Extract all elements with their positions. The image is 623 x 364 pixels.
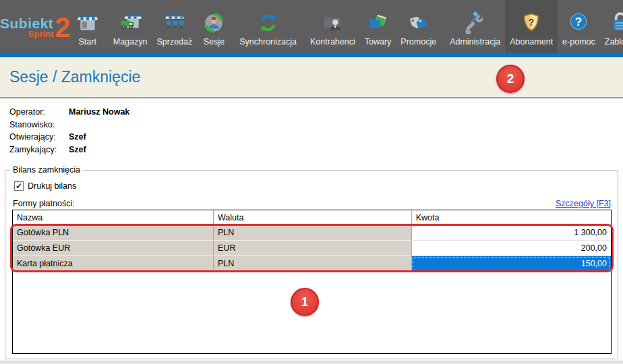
- toolbar-item-towary[interactable]: Towary: [360, 0, 396, 53]
- toolbar-item-kontrahenci[interactable]: Kontrahenci: [305, 0, 360, 53]
- accent-stripe: [0, 53, 623, 57]
- price-tags-icon: %: [407, 11, 431, 35]
- table-header-row: Nazwa Waluta Kwota: [13, 210, 611, 225]
- cell-currency: PLN: [214, 256, 412, 272]
- svg-text:?: ?: [575, 16, 582, 28]
- goods-folders-icon: [366, 11, 390, 35]
- shopping-carts-icon: [162, 11, 187, 35]
- toolbar-label-sesje: Sesje: [204, 37, 225, 47]
- toolbar-item-promocje[interactable]: % Promocje: [396, 0, 441, 53]
- table-row[interactable]: Gotówka EUR EUR 200,00: [13, 241, 611, 256]
- cell-currency: EUR: [214, 241, 412, 256]
- toolbar-label-sprzedaz: Sprzedaż: [156, 37, 192, 47]
- otwierajacy-label: Otwierający:: [9, 131, 69, 144]
- info-row-operator: Operator: Mariusz Nowak: [9, 106, 129, 119]
- toolbar-label-synchronizacja: Synchronizacja: [239, 37, 297, 47]
- logo-number: 2: [55, 15, 70, 40]
- cell-currency: PLN: [214, 225, 412, 241]
- toolbar-item-start[interactable]: Start: [71, 0, 105, 53]
- toolbar-label-start: Start: [79, 37, 96, 47]
- cell-amount-selected[interactable]: 150,00: [412, 256, 611, 272]
- toolbar-label-abonament: Abonament: [510, 37, 553, 47]
- svg-text:?: ?: [529, 17, 534, 28]
- session-person-icon: [202, 11, 226, 35]
- sync-arrows-icon: [256, 11, 280, 35]
- shield-question-icon: ?: [519, 11, 543, 35]
- zamykajacy-label: Zamykający:: [9, 144, 69, 156]
- cell-amount[interactable]: 200,00: [412, 241, 611, 256]
- fieldset-legend: Bilans zamknięcia: [10, 165, 83, 175]
- closing-balance-fieldset: Bilans zamknięcia Drukuj bilans Formy pł…: [5, 170, 618, 359]
- logo-secondary: Sprint: [28, 30, 54, 38]
- page-header: Sesje / Zamknięcie Zamknij [F2] Anuluj […: [0, 57, 623, 98]
- toolbar-label-magazyn: Magazyn: [113, 37, 148, 47]
- column-header-waluta[interactable]: Waluta: [214, 210, 412, 224]
- page-title: Sesje / Zamknięcie: [9, 68, 140, 86]
- toolbar-label-promocje: Promocje: [400, 37, 436, 47]
- stanowisko-label: Stanowisko:: [9, 119, 69, 131]
- print-balance-option[interactable]: Drukuj bilans: [14, 181, 76, 191]
- cell-name: Gotówka EUR: [13, 241, 214, 256]
- print-balance-label: Drukuj bilans: [28, 181, 76, 191]
- toolbar-label-epomoc: e-pomoc: [562, 37, 595, 47]
- table-row[interactable]: Gotówka PLN PLN 1 300,00: [13, 225, 611, 241]
- annotation-step-1: 1: [291, 288, 319, 316]
- toolbar-label-towary: Towary: [365, 37, 392, 47]
- store-icon: [76, 11, 100, 35]
- column-header-kwota[interactable]: Kwota: [412, 210, 611, 224]
- info-row-zamykajacy: Zamykający: Szef: [9, 144, 129, 156]
- toolbar-item-magazyn[interactable]: Magazyn: [109, 0, 152, 53]
- cell-name: Gotówka PLN: [13, 225, 214, 241]
- main-content: Operator: Mariusz Nowak Stanowisko: Otwi…: [0, 98, 623, 364]
- info-row-stanowisko: Stanowisko:: [9, 119, 129, 131]
- admin-tools-icon: [463, 11, 487, 35]
- toolbar-item-sesje[interactable]: Sesje: [197, 0, 231, 53]
- main-toolbar: Subiekt Sprint 2 Start: [0, 0, 623, 53]
- session-info: Operator: Mariusz Nowak Stanowisko: Otwi…: [9, 106, 129, 156]
- app-logo: Subiekt Sprint 2: [0, 12, 71, 40]
- cell-name: Karta płatnicza: [13, 256, 214, 272]
- toolbar-label-kontrahenci: Kontrahenci: [310, 37, 355, 47]
- toolbar-item-zablokuj[interactable]: Zablokuj: [600, 0, 623, 53]
- help-icon: ?: [566, 11, 591, 35]
- logo-primary: Subiekt: [0, 16, 53, 30]
- table-row[interactable]: Karta płatnicza PLN 150,00: [13, 256, 611, 272]
- annotation-step-2: 2: [496, 65, 525, 93]
- details-link[interactable]: Szczegóły [F3]: [556, 199, 611, 208]
- operator-value: Mariusz Nowak: [69, 106, 129, 119]
- payment-forms-row: Formy płatności: Szczegóły [F3]: [13, 199, 611, 208]
- column-header-nazwa[interactable]: Nazwa: [13, 210, 214, 224]
- toolbar-label-zablokuj: Zablokuj: [605, 37, 623, 47]
- operator-label: Operator:: [9, 106, 69, 119]
- toolbar-item-epomoc[interactable]: ? e-pomoc: [558, 0, 600, 53]
- contractors-icon: [320, 11, 345, 35]
- cell-amount[interactable]: 1 300,00: [412, 225, 611, 241]
- print-balance-checkbox[interactable]: [14, 181, 24, 191]
- lock-icon: [608, 11, 623, 35]
- payment-forms-label: Formy płatności:: [13, 199, 75, 208]
- info-row-otwierajacy: Otwierający: Szef: [9, 131, 129, 144]
- toolbar-item-synchronizacja[interactable]: Synchronizacja: [235, 0, 301, 53]
- toolbar-item-administracja[interactable]: Administracja: [445, 0, 505, 53]
- payment-forms-table: Nazwa Waluta Kwota Gotówka PLN PLN 1 300…: [12, 210, 612, 354]
- toolbar-label-administracja: Administracja: [450, 37, 500, 47]
- toolbar-item-abonament[interactable]: ? Abonament: [505, 0, 558, 53]
- toolbar-item-sprzedaz[interactable]: Sprzedaż: [152, 0, 197, 53]
- otwierajacy-value: Szef: [69, 131, 86, 144]
- window-bottom-edge: [0, 361, 623, 364]
- warehouse-truck-icon: [118, 11, 142, 35]
- zamykajacy-value: Szef: [69, 144, 86, 156]
